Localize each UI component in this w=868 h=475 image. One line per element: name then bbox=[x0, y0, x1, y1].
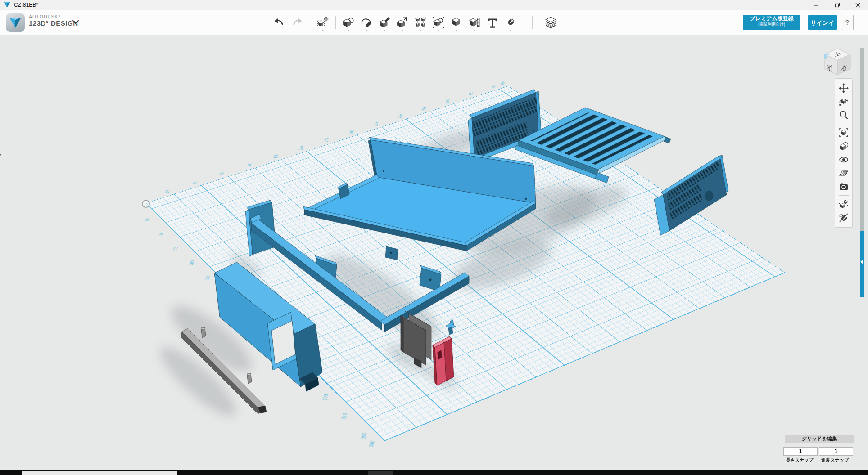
toolbar-separator bbox=[335, 16, 336, 29]
viewcube-front-label: 前 bbox=[827, 63, 833, 72]
taskbar-segment bbox=[368, 471, 393, 475]
material-icon bbox=[839, 141, 849, 151]
angle-snap-label: 角度スナップ bbox=[819, 457, 851, 463]
construct-tool-button[interactable] bbox=[375, 13, 393, 31]
view-toolbar-separator bbox=[839, 124, 849, 124]
model-parts bbox=[0, 35, 868, 470]
chevron-down-icon[interactable] bbox=[72, 20, 79, 24]
group-tool-button[interactable] bbox=[429, 13, 448, 31]
edit-grid-button[interactable]: グリッドを編集 bbox=[785, 435, 854, 443]
sketch-icon bbox=[360, 16, 373, 29]
zoom-button[interactable] bbox=[837, 108, 850, 122]
sketch-tool-button[interactable] bbox=[357, 13, 375, 31]
maximize-button[interactable] bbox=[827, 0, 847, 10]
screenshot-button[interactable] bbox=[837, 180, 850, 193]
viewcube-right-label: 右 bbox=[841, 63, 847, 72]
part-power-switch[interactable] bbox=[433, 336, 454, 385]
app-toolbar: AUTODESK° 123D° DESIGN bbox=[0, 10, 868, 36]
snap-magnet-icon bbox=[504, 16, 517, 29]
help-button[interactable]: ? bbox=[841, 15, 854, 30]
app-menu-button[interactable] bbox=[6, 13, 25, 32]
transform-tool-button[interactable] bbox=[314, 13, 332, 31]
snap-off-icon bbox=[839, 213, 849, 223]
measure-icon bbox=[468, 16, 481, 29]
combine-tool-button[interactable] bbox=[448, 13, 466, 31]
part-rear-vent-panel[interactable] bbox=[0, 90, 541, 162]
orbit-icon bbox=[839, 97, 849, 107]
panel-collapse-tab[interactable] bbox=[860, 231, 864, 297]
taskbar-segment bbox=[22, 471, 177, 475]
dropdown-caret bbox=[383, 30, 386, 31]
dropdown-caret bbox=[401, 30, 404, 31]
minimize-icon bbox=[814, 3, 819, 8]
brand-123d-design: 123D° DESIGN bbox=[29, 20, 78, 27]
pattern-icon bbox=[414, 16, 427, 29]
toolbar-separator bbox=[310, 16, 310, 29]
visibility-button[interactable] bbox=[837, 153, 850, 166]
collapse-arrow-icon bbox=[860, 259, 863, 264]
layers-icon bbox=[544, 16, 557, 29]
canvas-scroll-track[interactable] bbox=[860, 48, 864, 231]
combine-icon bbox=[450, 16, 463, 29]
snap-off-button[interactable] bbox=[837, 211, 850, 224]
premium-label: プレミアム版登録 bbox=[743, 16, 800, 22]
premium-register-button[interactable]: プレミアム版登録 (商業利用向け) bbox=[743, 15, 800, 30]
brand-autodesk: AUTODESK° bbox=[29, 14, 78, 20]
material-button[interactable] bbox=[837, 139, 850, 153]
primitives-tool-button[interactable] bbox=[339, 13, 357, 31]
close-icon bbox=[855, 3, 860, 8]
pan-icon bbox=[839, 83, 849, 93]
orbit-button[interactable] bbox=[837, 95, 850, 108]
close-button[interactable] bbox=[847, 0, 868, 10]
part-chassis-tray[interactable] bbox=[303, 137, 536, 260]
length-snap-input[interactable] bbox=[783, 447, 818, 456]
view-cube[interactable]: 上 前 右 bbox=[818, 43, 856, 81]
modify-tool-button[interactable] bbox=[393, 13, 411, 31]
transform-icon bbox=[316, 16, 329, 29]
fit-view-button[interactable] bbox=[837, 126, 850, 139]
dropdown-caret bbox=[321, 30, 324, 31]
text-icon bbox=[486, 16, 499, 29]
dropdown-caret bbox=[365, 30, 368, 31]
snap-box-button[interactable] bbox=[837, 197, 850, 211]
123d-logo-icon bbox=[6, 13, 25, 32]
window-title: CZ-81EB* bbox=[14, 2, 38, 8]
dropdown-caret bbox=[473, 30, 476, 31]
title-bar: CZ-81EB* bbox=[0, 0, 868, 10]
primitives-icon bbox=[342, 16, 355, 29]
redo-icon bbox=[291, 17, 303, 28]
dropdown-caret bbox=[419, 30, 422, 31]
part-right-vent-panel[interactable] bbox=[654, 155, 728, 235]
construct-icon bbox=[378, 16, 391, 29]
grid-controls: グリッドを編集 長さスナップ 角度スナップ bbox=[783, 435, 854, 463]
signin-button[interactable]: サインイン bbox=[808, 15, 837, 30]
layers-button[interactable] bbox=[542, 13, 560, 31]
snap-tool-button[interactable] bbox=[502, 13, 520, 31]
pattern-tool-button[interactable] bbox=[411, 13, 429, 31]
part-small-clip[interactable] bbox=[446, 320, 456, 335]
dropdown-caret bbox=[437, 30, 440, 31]
sketch-visibility-button[interactable] bbox=[837, 166, 850, 180]
measure-tool-button[interactable] bbox=[466, 13, 484, 31]
length-snap-label: 長さスナップ bbox=[783, 457, 816, 463]
dropdown-caret bbox=[455, 30, 458, 31]
redo-button[interactable] bbox=[288, 13, 306, 31]
pan-button[interactable] bbox=[837, 81, 850, 95]
eye-icon bbox=[839, 155, 849, 165]
brand: AUTODESK° 123D° DESIGN bbox=[29, 14, 78, 27]
taskbar-strip bbox=[0, 470, 868, 475]
viewport-canvas[interactable]: 2525505075751001001251251501501751752002… bbox=[0, 35, 868, 470]
undo-button[interactable] bbox=[270, 13, 288, 31]
text-tool-button[interactable] bbox=[484, 13, 502, 31]
angle-snap-input[interactable] bbox=[819, 447, 853, 456]
tool-strip bbox=[270, 13, 560, 31]
view-toolbar-separator bbox=[839, 195, 849, 196]
app-logo-icon bbox=[4, 2, 10, 8]
toolbar-separator bbox=[532, 16, 533, 29]
grid-visibility-icon bbox=[839, 168, 849, 178]
part-pcb-bracket[interactable] bbox=[401, 311, 431, 368]
snap-box-icon bbox=[839, 199, 849, 209]
minimize-button[interactable] bbox=[806, 0, 827, 10]
maximize-icon bbox=[835, 3, 840, 8]
premium-sublabel: (商業利用向け) bbox=[743, 22, 800, 27]
